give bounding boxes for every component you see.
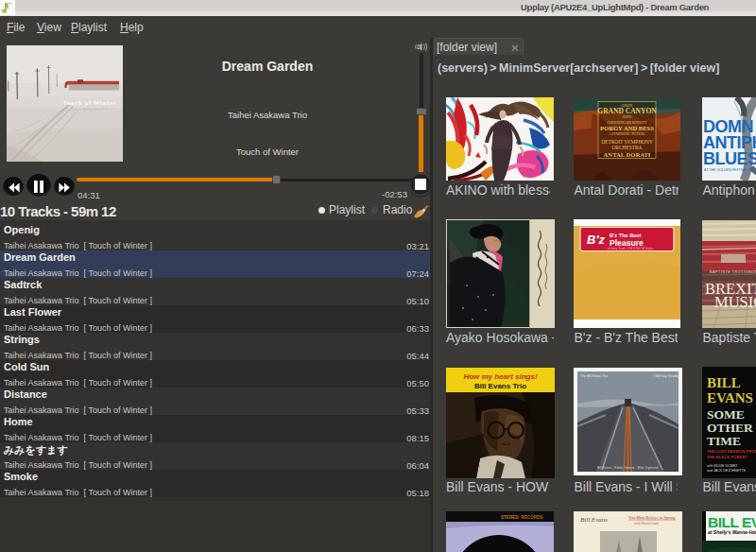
svg-text:SOME: SOME bbox=[707, 407, 745, 422]
svg-text:Bill Evans: Bill Evans bbox=[580, 516, 608, 524]
svg-text:TIME: TIME bbox=[707, 434, 741, 448]
svg-text:BILL EVANS: BILL EVANS bbox=[708, 514, 756, 530]
svg-text:PORGY AND BESS: PORGY AND BESS bbox=[601, 125, 655, 131]
svg-text:with EDDIE GOMEZ: with EDDIE GOMEZ bbox=[707, 464, 738, 468]
svg-text:including “Super LOVE SONG” Al: including “Super LOVE SONG” All Singles bbox=[608, 247, 654, 250]
svg-text:B'z: B'z bbox=[587, 233, 605, 247]
svg-text:How my heart sings!: How my heart sings! bbox=[463, 372, 538, 381]
svg-text:OTHER: OTHER bbox=[707, 421, 753, 435]
svg-text:The Bill Evans Trio: The Bill Evans Trio bbox=[580, 374, 608, 378]
svg-text:BILL: BILL bbox=[707, 375, 741, 390]
svg-text:STEREO RECORDS: STEREO RECORDS bbox=[501, 515, 542, 520]
svg-text:and JACK DEJOHNETTE: and JACK DEJOHNETTE bbox=[707, 469, 747, 473]
svg-text:Bill Evans Trio: Bill Evans Trio bbox=[474, 382, 526, 390]
svg-text:BLUES: BLUES bbox=[703, 149, 756, 168]
svg-text:BAPTISTE TROTIGNON: BAPTISTE TROTIGNON bbox=[710, 270, 756, 274]
svg-text:with Harold Land: with Harold Land bbox=[634, 522, 659, 526]
svg-text:at Shelly's Manne-Hole: at Shelly's Manne-Hole bbox=[708, 529, 756, 535]
svg-text:A SYMPHONIC PICTURE: A SYMPHONIC PICTURE bbox=[610, 132, 645, 136]
svg-text:I Will Say Goodbye: I Will Say Goodbye bbox=[653, 374, 681, 378]
svg-text:Bill Evans - Eddie Gomez - Eli: Bill Evans - Eddie Gomez - Eliot Zigmund bbox=[597, 466, 658, 470]
svg-text:THE BLACK FOREST: THE BLACK FOREST bbox=[707, 455, 747, 459]
svg-text:SUITE: SUITE bbox=[623, 115, 632, 119]
svg-text:You Must Believe in Spring: You Must Believe in Spring bbox=[628, 515, 676, 520]
svg-text:ORCHESTRA: ORCHESTRA bbox=[612, 145, 643, 150]
svg-text:ANTAL DORATI: ANTAL DORATI bbox=[604, 151, 651, 158]
svg-text:Touch of Winter: Touch of Winter bbox=[63, 99, 117, 106]
svg-text:Taihei Asakawa Trio: Taihei Asakawa Trio bbox=[71, 108, 108, 112]
svg-text:EVANS: EVANS bbox=[707, 390, 753, 405]
svg-text:Pleasure: Pleasure bbox=[610, 238, 644, 248]
svg-text:THE LOST SESSION FROM: THE LOST SESSION FROM bbox=[707, 449, 756, 454]
svg-text:MUSIC: MUSIC bbox=[714, 293, 756, 311]
svg-text:AT THE GOLDEN FESTIVAL LIVE: AT THE GOLDEN FESTIVAL LIVE bbox=[704, 168, 756, 172]
svg-text:GERSHWIN ARR BENNETT: GERSHWIN ARR BENNETT bbox=[608, 121, 648, 125]
